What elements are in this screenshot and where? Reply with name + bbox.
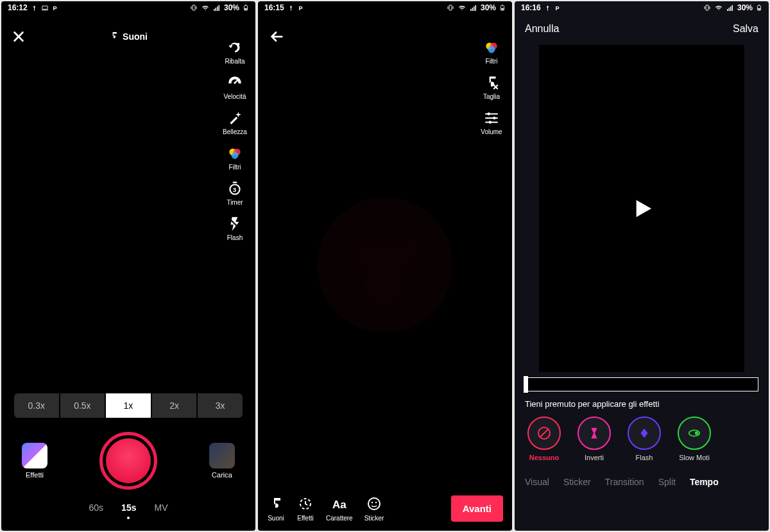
status-time: 16:16: [521, 3, 541, 12]
svg-point-51: [695, 431, 699, 435]
speed-label: Velocità: [223, 93, 246, 100]
filters-icon: [483, 39, 501, 56]
tab-sticker[interactable]: Sticker: [563, 477, 591, 487]
close-button[interactable]: [12, 30, 26, 44]
svg-point-34: [489, 121, 492, 123]
timeline-track[interactable]: [525, 377, 758, 391]
vibrate-icon: [190, 4, 198, 12]
svg-text:Aa: Aa: [332, 499, 346, 511]
scissors-note-icon: [483, 74, 501, 92]
mode-15s[interactable]: 15s: [121, 502, 136, 513]
mode-60s[interactable]: 60s: [89, 502, 104, 513]
speed-option-03x[interactable]: 0.3x: [14, 393, 59, 418]
svg-text:P: P: [298, 4, 302, 11]
trim-tool[interactable]: Taglia: [475, 74, 508, 100]
save-button[interactable]: Salva: [733, 23, 758, 35]
record-button[interactable]: [99, 432, 157, 490]
speed-option-1x[interactable]: 1x: [106, 393, 151, 418]
cancel-button[interactable]: Annulla: [525, 23, 559, 35]
effects-label: Effetti: [297, 515, 313, 522]
filters-label: Filtri: [229, 164, 241, 171]
mode-mv[interactable]: MV: [154, 502, 167, 513]
effect-none[interactable]: Nessuno: [525, 416, 563, 461]
none-icon: [527, 416, 561, 450]
effect-flash-label: Flash: [636, 454, 653, 461]
status-time: 16:12: [8, 3, 28, 12]
effects-button[interactable]: Effetti: [22, 443, 47, 479]
preview-bottom-bar: Suoni Effetti Aa Carattere Sticker Avant…: [258, 495, 512, 531]
wifi-icon: [201, 4, 210, 12]
svg-rect-4: [214, 9, 215, 11]
mode-indicator-dot: [127, 517, 130, 519]
speed-tool[interactable]: Velocità: [218, 74, 252, 100]
back-button[interactable]: [268, 30, 285, 44]
sticker-button[interactable]: Sticker: [364, 495, 384, 522]
svg-rect-26: [502, 4, 503, 5]
tab-tempo[interactable]: Tempo: [690, 477, 719, 487]
speed-option-2x[interactable]: 2x: [152, 393, 197, 418]
battery-icon: [243, 3, 249, 12]
battery-icon: [756, 3, 762, 12]
svg-rect-42: [727, 9, 728, 11]
tab-visual[interactable]: Visual: [525, 477, 549, 487]
battery-icon: [499, 3, 506, 12]
filters-icon: [226, 144, 244, 162]
upload-button[interactable]: Carica: [209, 443, 235, 479]
text-icon: Aa: [330, 495, 348, 513]
flash-tool[interactable]: Flash: [218, 215, 252, 241]
speed-selector: 0.3x 0.5x 1x 2x 3x: [14, 393, 243, 418]
sliders-icon: [483, 109, 501, 127]
sounds-button[interactable]: Suoni: [267, 495, 285, 522]
parking-icon: P: [52, 4, 59, 12]
flash-label: Flash: [227, 234, 243, 241]
tab-transition[interactable]: Transition: [605, 477, 644, 487]
trim-label: Taglia: [483, 93, 500, 100]
filters-tool[interactable]: Filtri: [218, 144, 252, 171]
speed-option-3x[interactable]: 3x: [198, 393, 243, 418]
sticker-face-icon: [365, 495, 383, 513]
timer-tool[interactable]: 3 Timer: [218, 180, 252, 206]
svg-rect-20: [449, 5, 452, 10]
timer-icon: 3: [226, 180, 244, 198]
effect-slowmo[interactable]: Slow Moti: [675, 416, 714, 461]
battery-percentage: 30%: [737, 3, 753, 12]
effect-invert[interactable]: Inverti: [575, 416, 613, 461]
tab-split[interactable]: Split: [658, 477, 676, 487]
timeline-handle[interactable]: [524, 376, 528, 393]
filters-tool[interactable]: Filtri: [475, 39, 508, 65]
svg-rect-24: [475, 5, 476, 11]
speed-option-05x[interactable]: 0.5x: [60, 393, 105, 418]
svg-point-12: [234, 82, 235, 83]
svg-rect-23: [474, 6, 475, 11]
signal-icon: [213, 4, 221, 12]
upload-label: Carica: [212, 471, 232, 479]
svg-rect-48: [758, 8, 760, 10]
beauty-tool[interactable]: Bellezza: [218, 109, 252, 135]
flip-camera-icon: [226, 39, 244, 56]
svg-rect-44: [730, 6, 732, 11]
flip-tool[interactable]: Ribalta: [218, 39, 252, 65]
preview-tools: Filtri Taglia Volume: [475, 39, 508, 135]
svg-rect-21: [470, 9, 472, 11]
status-bar: 16:16 P 30%: [515, 1, 769, 14]
next-button[interactable]: Avanti: [451, 495, 503, 522]
hold-hint: Tieni premuto per applicare gli effetti: [515, 391, 769, 415]
svg-point-39: [375, 502, 377, 503]
sounds-button[interactable]: Suoni: [109, 31, 148, 42]
signal-icon: [470, 4, 477, 12]
video-preview[interactable]: [539, 45, 744, 372]
music-note-icon: [267, 495, 285, 513]
camera-bottom-controls: 0.3x 0.5x 1x 2x 3x Effetti Carica 60s 15…: [1, 393, 255, 531]
vibrate-icon: [447, 4, 454, 12]
effect-flash[interactable]: Flash: [625, 416, 663, 461]
signal-icon: [726, 4, 734, 12]
filters-label: Filtri: [486, 58, 498, 65]
volume-tool[interactable]: Volume: [475, 109, 508, 135]
effect-invert-label: Inverti: [585, 454, 604, 461]
flip-label: Ribalta: [225, 58, 244, 65]
text-button[interactable]: Aa Carattere: [326, 495, 353, 522]
effects-button[interactable]: Effetti: [296, 495, 314, 522]
preview-screen: 16:15 P 30% Filtri Taglia: [258, 1, 512, 531]
effect-none-label: Nessuno: [529, 454, 559, 461]
laptop-icon: [41, 4, 49, 12]
